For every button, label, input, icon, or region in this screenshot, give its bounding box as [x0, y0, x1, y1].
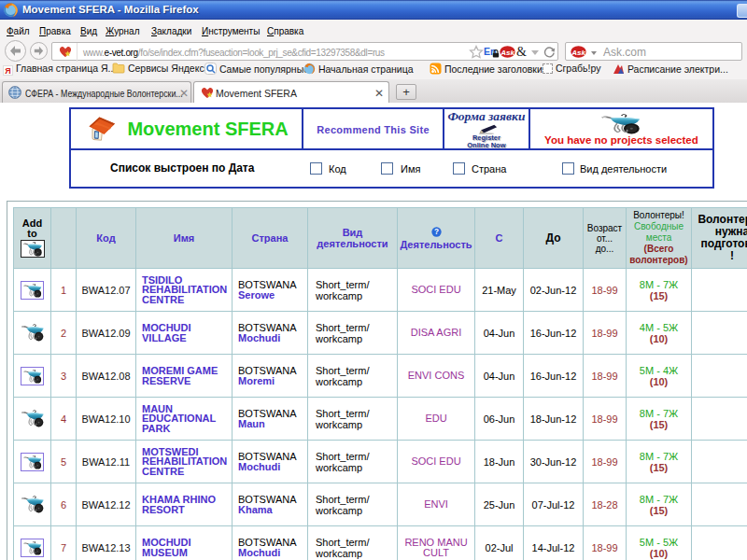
svg-text:Ask: Ask — [571, 49, 585, 57]
svg-text:?: ? — [433, 228, 438, 236]
svg-text:Ask: Ask — [500, 49, 514, 57]
